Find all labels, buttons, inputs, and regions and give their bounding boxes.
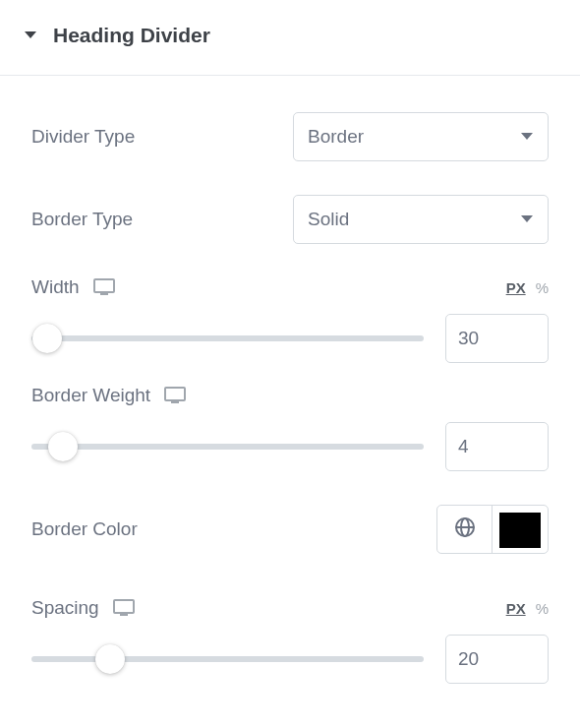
svg-rect-3: [171, 401, 179, 403]
border-type-label: Border Type: [31, 209, 133, 230]
globe-icon: [454, 516, 476, 542]
width-group: Width PX %: [31, 261, 549, 369]
width-unit-percent[interactable]: %: [536, 279, 549, 296]
divider-type-value: Border: [308, 126, 364, 148]
svg-rect-1: [100, 293, 108, 295]
desktop-icon[interactable]: [113, 599, 135, 617]
desktop-icon[interactable]: [93, 278, 115, 296]
spacing-unit-px[interactable]: PX: [506, 600, 526, 617]
svg-rect-2: [165, 388, 185, 400]
svg-rect-7: [114, 600, 134, 613]
border-type-row: Border Type Solid: [31, 178, 549, 261]
chevron-down-icon: [520, 214, 534, 224]
border-weight-group: Border Weight: [31, 369, 549, 477]
caret-down-icon: [24, 29, 37, 42]
global-color-button[interactable]: [437, 506, 493, 553]
border-weight-input[interactable]: [445, 422, 549, 471]
width-unit-px[interactable]: PX: [506, 279, 526, 296]
border-color-row: Border Color: [31, 477, 549, 581]
desktop-icon[interactable]: [164, 387, 186, 404]
border-type-value: Solid: [308, 209, 349, 230]
divider-type-label: Divider Type: [31, 126, 135, 148]
spacing-slider[interactable]: [31, 641, 424, 677]
section-header[interactable]: Heading Divider: [0, 0, 580, 76]
border-weight-label: Border Weight: [31, 385, 150, 406]
svg-rect-0: [94, 279, 114, 292]
width-unit-toggle: PX %: [506, 279, 549, 296]
spacing-group: Spacing PX %: [31, 581, 549, 690]
spacing-slider-thumb[interactable]: [95, 644, 125, 674]
chevron-down-icon: [520, 132, 534, 142]
divider-type-row: Divider Type Border: [31, 95, 549, 178]
border-color-label: Border Color: [31, 518, 138, 540]
width-label: Width: [31, 276, 80, 298]
spacing-input[interactable]: [445, 635, 549, 684]
width-input[interactable]: [445, 314, 549, 363]
border-weight-slider-thumb[interactable]: [48, 432, 78, 461]
border-color-control: [436, 505, 549, 554]
spacing-label: Spacing: [31, 597, 99, 619]
border-type-select[interactable]: Solid: [293, 195, 549, 244]
spacing-unit-percent[interactable]: %: [536, 600, 549, 617]
border-color-swatch[interactable]: [499, 513, 541, 548]
width-slider-thumb[interactable]: [32, 324, 62, 353]
panel-body: Divider Type Border Border Type Solid Wi: [0, 76, 580, 690]
border-weight-slider[interactable]: [31, 429, 424, 464]
spacing-unit-toggle: PX %: [506, 600, 549, 617]
svg-rect-8: [120, 614, 128, 616]
divider-type-select[interactable]: Border: [293, 112, 549, 161]
section-title: Heading Divider: [53, 24, 210, 47]
width-slider[interactable]: [31, 321, 424, 356]
